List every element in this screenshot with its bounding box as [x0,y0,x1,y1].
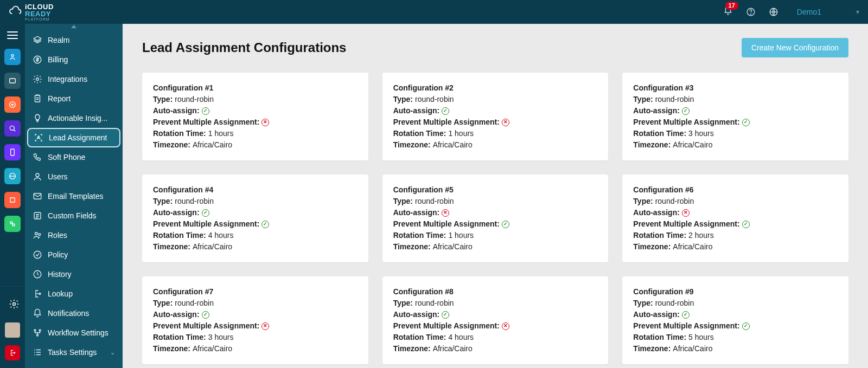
sidebar-item-actionable-insig-[interactable]: Actionable Insig... [25,108,123,128]
configuration-card[interactable]: Configuration #8Type: round-robinAuto-as… [382,276,609,364]
sidebar-item-history[interactable]: History [25,264,123,284]
configuration-card[interactable]: Configuration #1Type: round-robinAuto-as… [142,73,368,160]
x-icon: ✕ [261,322,269,330]
rail-app-8[interactable] [4,216,21,232]
check-icon: ✓ [202,107,209,115]
sidebar-item-label: Roles [48,231,67,240]
configuration-grid: Configuration #1Type: round-robinAuto-as… [142,73,848,368]
card-title: Configuration #7 [153,286,213,298]
menu-toggle[interactable] [7,31,18,39]
card-timezone: Timezone: Africa/Cairo [153,139,358,151]
globe-icon[interactable] [769,7,778,17]
sidebar-item-label: History [48,270,72,279]
card-rotation: Rotation Time: 3 hours [153,332,358,343]
rail-avatar[interactable] [5,322,20,338]
check-icon: ✓ [682,311,690,319]
rail-app-4[interactable] [4,120,21,137]
svg-point-9 [13,303,16,306]
help-icon[interactable] [746,7,756,17]
brand-logo: iCLOUD READY PLATFORM [9,3,54,21]
card-timezone: Timezone: Africa/Cairo [393,343,598,354]
sidebar-item-integrations[interactable]: Integrations [25,69,123,89]
clipboard-icon [33,94,42,104]
sidebar-item-lead-assignment[interactable]: Lead Assignment [28,129,119,146]
svg-point-13 [38,136,40,138]
card-auto-assign: Auto-assign: ✓ [633,105,838,117]
card-type: Type: round-robin [153,94,358,105]
card-title: Configuration #2 [393,82,454,94]
card-auto-assign: Auto-assign: ✕ [393,207,598,218]
chevron-down-icon[interactable]: ▾ [856,8,859,16]
card-title: Configuration #1 [153,82,213,94]
rail-app-5[interactable] [4,144,21,160]
configuration-card[interactable]: Configuration #2Type: round-robinAuto-as… [382,73,609,160]
card-timezone: Timezone: Africa/Cairo [393,241,598,253]
configuration-card[interactable]: Configuration #7Type: round-robinAuto-as… [142,276,368,364]
configuration-card[interactable]: Configuration #4Type: round-robinAuto-as… [142,175,368,262]
dollar-icon [33,55,42,64]
svg-point-6 [10,126,14,130]
svg-point-22 [39,330,41,331]
check-icon: ✓ [742,119,750,126]
card-timezone: Timezone: Africa/Cairo [153,241,358,253]
sidebar-item-lookup[interactable]: Lookup [25,284,123,304]
card-type: Type: round-robin [393,94,598,105]
chevron-down-icon: ⌄ [110,349,115,356]
rail-app-1[interactable] [4,49,21,65]
lookup-icon [33,289,42,299]
rail-app-2[interactable] [4,73,21,89]
rail-app-7[interactable] [4,192,21,208]
configuration-card[interactable]: Configuration #6Type: round-robinAuto-as… [622,175,848,262]
check-icon: ✓ [742,322,750,330]
shield-icon [33,250,42,260]
sidebar-item-label: Custom Fields [48,211,96,220]
configuration-card[interactable]: Configuration #5Type: round-robinAuto-as… [382,175,609,262]
sidebar-item-workflow-settings[interactable]: Workflow Settings [25,323,123,343]
check-icon: ✓ [202,209,209,217]
card-rotation: Rotation Time: 3 hours [633,128,838,139]
phone-icon [33,152,42,162]
rail-app-3[interactable] [4,96,21,113]
card-title: Configuration #9 [633,286,693,298]
notifications-button[interactable]: 17 [723,6,733,18]
rail-app-6[interactable] [4,168,21,184]
form-icon [33,211,42,221]
sidebar-item-email-templates[interactable]: Email Templates [25,186,123,206]
rail-logout[interactable] [5,345,20,360]
rail-settings[interactable] [3,293,25,315]
gear-icon [33,74,42,84]
create-configuration-button[interactable]: Create New Configuration [742,38,848,57]
sidebar-item-notifications[interactable]: Notifications [25,304,123,323]
sidebar-item-policy[interactable]: Policy [25,245,123,264]
svg-point-17 [35,233,38,235]
sidebar-item-tasks-settings[interactable]: Tasks Settings⌄ [25,343,123,362]
sidebar-item-custom-fields[interactable]: Custom Fields [25,206,123,225]
roles-icon [33,230,42,240]
sidebar-item-label: Workflow Settings [48,328,108,337]
user-menu[interactable]: Demo1 [797,8,821,16]
card-rotation: Rotation Time: 1 hours [393,128,598,139]
card-title: Configuration #3 [633,82,693,94]
sidebar-item-billing[interactable]: Billing [25,50,123,69]
icon-rail [0,24,25,368]
configuration-card[interactable]: Configuration #9Type: round-robinAuto-as… [622,276,848,364]
card-auto-assign: Auto-assign: ✓ [153,105,358,117]
card-timezone: Timezone: Africa/Cairo [633,241,838,253]
sidebar-item-realm[interactable]: Realm [25,30,123,50]
sidebar-item-users[interactable]: Users [25,167,123,186]
configuration-card[interactable]: Configuration #3Type: round-robinAuto-as… [622,73,848,160]
sidebar-item-report[interactable]: Report [25,89,123,108]
sidebar-item-soft-phone[interactable]: Soft Phone [25,147,123,167]
sidebar-item-roles[interactable]: Roles [25,225,123,245]
card-type: Type: round-robin [633,94,838,105]
card-type: Type: round-robin [153,196,358,207]
card-rotation: Rotation Time: 1 hours [153,128,358,139]
sidebar-item-label: Integrations [48,75,87,83]
card-timezone: Timezone: Africa/Cairo [633,343,838,354]
sidebar-item-label: Notifications [48,309,89,318]
card-prevent-multiple: Prevent Multiple Assignment: ✓ [633,320,838,332]
card-prevent-multiple: Prevent Multiple Assignment: ✕ [153,117,358,128]
svg-rect-12 [35,95,40,102]
card-prevent-multiple: Prevent Multiple Assignment: ✓ [633,218,838,230]
check-icon: ✓ [442,107,449,115]
